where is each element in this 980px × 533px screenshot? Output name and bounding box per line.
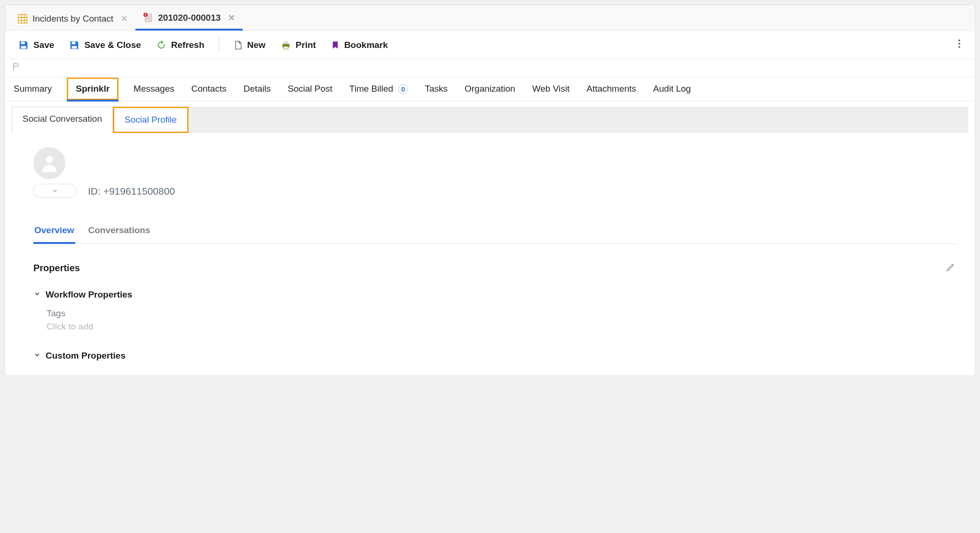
svg-point-20 <box>958 39 960 41</box>
new-label: New <box>247 40 266 50</box>
document-alert-icon <box>143 13 153 23</box>
avatar-dropdown[interactable] <box>33 184 77 198</box>
svg-rect-18 <box>284 41 288 44</box>
toolbar-separator <box>219 37 219 53</box>
svg-rect-11 <box>145 16 146 16</box>
group-workflow-properties[interactable]: Workflow Properties <box>33 290 958 300</box>
nav-attachments[interactable]: Attachments <box>585 77 638 101</box>
close-icon[interactable]: ✕ <box>225 13 235 23</box>
time-billed-badge: 0 <box>398 85 408 94</box>
property-tags: Tags Click to add <box>47 308 958 332</box>
nav-summary[interactable]: Summary <box>12 77 54 101</box>
edit-properties-button[interactable] <box>944 260 958 276</box>
bookmark-label: Bookmark <box>344 40 388 50</box>
property-label: Tags <box>47 308 958 319</box>
save-close-button[interactable]: x Save & Close <box>63 36 147 54</box>
nav-contacts[interactable]: Contacts <box>190 77 229 101</box>
svg-rect-0 <box>18 15 27 23</box>
subtab-social-profile[interactable]: Social Profile <box>113 107 189 133</box>
grid-icon <box>17 14 28 24</box>
refresh-label: Refresh <box>171 40 205 50</box>
group-title: Workflow Properties <box>46 290 132 300</box>
toolbar: Save x Save & Close Refresh New Print Bo… <box>5 31 975 59</box>
svg-text:x: x <box>75 40 78 45</box>
save-close-label: Save & Close <box>84 40 141 50</box>
svg-rect-13 <box>21 46 26 48</box>
flag-icon[interactable] <box>12 63 21 73</box>
flag-bar <box>5 59 975 77</box>
group-custom-properties[interactable]: Custom Properties <box>33 351 958 361</box>
tags-input[interactable]: Click to add <box>47 321 958 332</box>
person-icon <box>39 152 60 174</box>
properties-title: Properties <box>33 263 80 274</box>
svg-point-22 <box>958 46 960 48</box>
app-frame: Incidents by Contact ✕ 201020-000013 ✕ S… <box>5 5 975 376</box>
social-subtabs: Social Conversation Social Profile <box>12 107 968 133</box>
nav-sprinklr[interactable]: Sprinklr <box>67 78 119 100</box>
profile-tab-overview[interactable]: Overview <box>33 220 75 244</box>
chevron-down-icon <box>33 351 41 361</box>
tab-incidents-by-contact[interactable]: Incidents by Contact ✕ <box>10 9 135 30</box>
close-icon[interactable]: ✕ <box>118 14 128 24</box>
nav-organization[interactable]: Organization <box>463 77 517 101</box>
save-label: Save <box>33 40 54 50</box>
profile-avatar-block <box>33 147 77 198</box>
chevron-down-icon <box>52 188 58 194</box>
tab-label: Incidents by Contact <box>32 14 113 24</box>
pencil-icon <box>946 262 956 272</box>
social-profile-panel: ID: +919611500800 Overview Conversations… <box>5 133 975 376</box>
profile-id: ID: +919611500800 <box>88 186 175 198</box>
nav-audit-log[interactable]: Audit Log <box>651 77 693 101</box>
print-button[interactable]: Print <box>274 36 323 54</box>
new-button[interactable]: New <box>227 36 272 54</box>
refresh-button[interactable]: Refresh <box>150 36 211 54</box>
nav-time-billed[interactable]: Time Billed 0 <box>348 77 410 101</box>
avatar <box>33 147 65 179</box>
profile-tab-conversations[interactable]: Conversations <box>87 220 151 243</box>
svg-rect-12 <box>21 41 25 44</box>
nav-web-visit[interactable]: Web Visit <box>530 77 572 101</box>
svg-rect-15 <box>72 46 77 48</box>
subtab-social-conversation[interactable]: Social Conversation <box>12 107 113 133</box>
tab-label: 201020-000013 <box>158 13 221 23</box>
print-label: Print <box>296 40 316 50</box>
tab-incident-record[interactable]: 201020-000013 ✕ <box>135 8 243 31</box>
svg-rect-10 <box>145 14 146 16</box>
group-title: Custom Properties <box>46 351 126 361</box>
svg-rect-19 <box>284 46 288 49</box>
record-nav: Summary Sprinklr Messages Contacts Detai… <box>5 77 975 101</box>
properties-section-header: Properties <box>33 260 958 276</box>
svg-point-23 <box>46 156 53 163</box>
nav-social-post[interactable]: Social Post <box>286 77 334 101</box>
more-menu-button[interactable] <box>950 36 968 54</box>
bookmark-button[interactable]: Bookmark <box>324 36 395 54</box>
window-tabs: Incidents by Contact ✕ 201020-000013 ✕ <box>5 5 975 31</box>
save-button[interactable]: Save <box>12 36 61 54</box>
profile-header: ID: +919611500800 <box>33 147 958 198</box>
nav-details[interactable]: Details <box>242 77 273 101</box>
svg-point-21 <box>958 43 960 45</box>
nav-tasks[interactable]: Tasks <box>423 77 450 101</box>
nav-messages[interactable]: Messages <box>132 77 176 101</box>
chevron-down-icon <box>33 290 41 300</box>
profile-tabs: Overview Conversations <box>33 220 958 244</box>
